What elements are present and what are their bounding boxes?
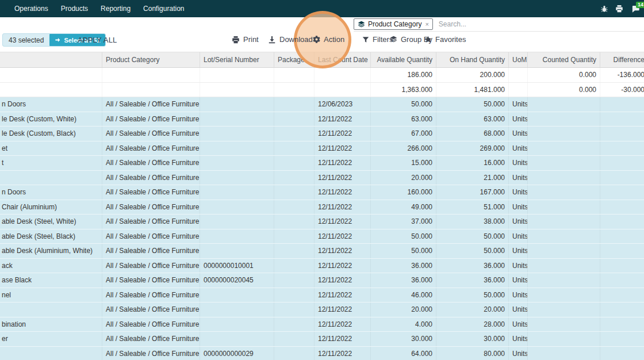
- inventory-table: Product Category Lot/Serial Number Packa…: [0, 52, 644, 360]
- menu-products[interactable]: Products: [55, 0, 94, 17]
- print-icon[interactable]: [612, 0, 627, 17]
- cell-category: All / Saleable / Office Furniture: [102, 302, 200, 317]
- cell-category: All / Saleable / Office Furniture: [102, 215, 200, 229]
- action-button[interactable]: Action: [313, 35, 344, 44]
- messages-icon[interactable]: 14: [627, 0, 644, 17]
- search-facet-product-category[interactable]: Product Category ×: [354, 18, 433, 30]
- table-row[interactable]: le Desk (Custom, White)All / Saleable / …: [0, 112, 644, 127]
- cell-package: [274, 288, 315, 302]
- cell-package: [274, 259, 315, 273]
- cell-counted: [528, 347, 600, 360]
- message-count-badge: 14: [636, 2, 644, 8]
- cell-lot: [200, 68, 274, 82]
- menu-reporting[interactable]: Reporting: [94, 0, 137, 17]
- table-row[interactable]: erAll / Saleable / Office Furniture12/11…: [0, 332, 644, 347]
- table-row[interactable]: ase BlackAll / Saleable / Office Furnitu…: [0, 273, 644, 288]
- cell-date: 12/11/2022: [315, 141, 371, 156]
- cell-difference: [600, 97, 644, 112]
- cell-counted: [528, 317, 600, 332]
- cell-counted: [528, 259, 600, 273]
- cell-date: [315, 83, 371, 97]
- table-row[interactable]: n DoorsAll / Saleable / Office Furniture…: [0, 97, 644, 112]
- cell-on_hand: 51.000: [436, 200, 509, 215]
- cell-lot: [200, 317, 274, 332]
- header-product[interactable]: [0, 52, 102, 67]
- header-counted-quantity[interactable]: Counted Quantity: [528, 52, 600, 67]
- cell-counted: [528, 97, 600, 112]
- cell-difference: [600, 332, 644, 346]
- cell-counted: [528, 127, 600, 141]
- cell-lot: [200, 332, 274, 346]
- cell-on_hand: 21.000: [436, 171, 509, 185]
- table-row[interactable]: All / Saleable / Office Furniture12/11/2…: [0, 171, 644, 186]
- cell-available: 20.000: [371, 171, 436, 185]
- cell-difference: [600, 215, 644, 229]
- navbar-menus: Operations Products Reporting Configurat…: [0, 0, 190, 17]
- table-row[interactable]: etAll / Saleable / Office Furniture12/11…: [0, 141, 644, 156]
- cell-name: nel: [0, 288, 102, 302]
- cell-counted: [528, 141, 600, 156]
- cell-name: Chair (Aluminium): [0, 200, 102, 215]
- cell-date: 12/11/2022: [315, 302, 371, 317]
- cell-on_hand: 167.000: [436, 185, 509, 200]
- table-row[interactable]: All / Saleable / Office Furniture0000000…: [0, 347, 644, 360]
- table-row[interactable]: le Desk (Custom, Black)All / Saleable / …: [0, 127, 644, 141]
- cell-on_hand: 38.000: [436, 215, 509, 229]
- control-toolbar: 43 selected Select all 51 APPLY ALL Prin…: [0, 32, 644, 48]
- table-row[interactable]: Chair (Aluminium)All / Saleable / Office…: [0, 200, 644, 215]
- cell-category: All / Saleable / Office Furniture: [102, 141, 200, 156]
- facet-remove-icon[interactable]: ×: [425, 21, 428, 28]
- table-row[interactable]: able Desk (Steel, White)All / Saleable /…: [0, 215, 644, 229]
- header-lot-serial[interactable]: Lot/Serial Number: [200, 52, 274, 67]
- table-header-row: Product Category Lot/Serial Number Packa…: [0, 52, 644, 68]
- header-product-category[interactable]: Product Category: [102, 52, 200, 67]
- header-on-hand-quantity[interactable]: On Hand Quantity: [436, 52, 509, 67]
- cell-available: 63.000: [371, 112, 436, 127]
- table-row[interactable]: able Desk (Aluminium, White)All / Saleab…: [0, 244, 644, 259]
- cell-on_hand: 63.000: [436, 112, 509, 127]
- cell-uom: Units: [509, 141, 528, 156]
- download-button[interactable]: Download: [268, 35, 313, 44]
- menu-configuration[interactable]: Configuration: [137, 0, 190, 17]
- table-row[interactable]: 1,363.0001,481.0000.000-30.000: [0, 83, 644, 98]
- header-available-quantity[interactable]: Available Quantity: [371, 52, 436, 67]
- table-row[interactable]: 186.000200.0000.000-136.000: [0, 68, 644, 83]
- cell-category: All / Saleable / Office Furniture: [102, 317, 200, 332]
- groupby-layers-icon: [358, 21, 365, 28]
- header-last-count-date[interactable]: Last Count Date: [315, 52, 371, 67]
- table-row[interactable]: tAll / Saleable / Office Furniture12/11/…: [0, 156, 644, 171]
- table-row[interactable]: All / Saleable / Office Furniture12/11/2…: [0, 302, 644, 317]
- menu-operations[interactable]: Operations: [8, 0, 55, 17]
- cell-date: [315, 68, 371, 82]
- apply-all-button[interactable]: APPLY ALL: [78, 36, 117, 44]
- header-uom[interactable]: UoM: [509, 52, 528, 67]
- cell-on_hand: 50.000: [436, 244, 509, 258]
- cell-uom: Units: [509, 127, 528, 141]
- debug-bug-icon[interactable]: [597, 0, 612, 17]
- cell-difference: [600, 141, 644, 156]
- cell-name: er: [0, 332, 102, 346]
- cell-lot: [200, 288, 274, 302]
- cell-category: All / Saleable / Office Furniture: [102, 332, 200, 346]
- search-input[interactable]: Search...: [439, 20, 466, 28]
- favorites-button[interactable]: Favorites: [424, 35, 466, 44]
- cell-difference: [600, 302, 644, 317]
- header-package[interactable]: Package: [274, 52, 315, 67]
- cell-lot: [200, 127, 274, 141]
- table-row[interactable]: nelAll / Saleable / Office Furniture12/1…: [0, 288, 644, 303]
- cell-uom: [509, 68, 528, 82]
- search-bar[interactable]: Product Category × Search...: [354, 17, 644, 32]
- table-row[interactable]: binationAll / Saleable / Office Furnitur…: [0, 317, 644, 332]
- table-row[interactable]: ackAll / Saleable / Office Furniture0000…: [0, 259, 644, 274]
- header-difference[interactable]: Difference: [600, 52, 644, 67]
- cell-name: [0, 347, 102, 360]
- cell-package: [274, 302, 315, 317]
- filters-button[interactable]: Filters: [362, 35, 393, 44]
- table-row[interactable]: able Desk (Steel, Black)All / Saleable /…: [0, 229, 644, 244]
- print-button[interactable]: Print: [232, 35, 259, 44]
- cell-package: [274, 127, 315, 141]
- selected-count: 43 selected: [3, 36, 49, 44]
- cell-name: able Desk (Steel, Black): [0, 229, 102, 244]
- navbar-system-icons: 14: [597, 0, 644, 17]
- table-row[interactable]: n DoorsAll / Saleable / Office Furniture…: [0, 185, 644, 200]
